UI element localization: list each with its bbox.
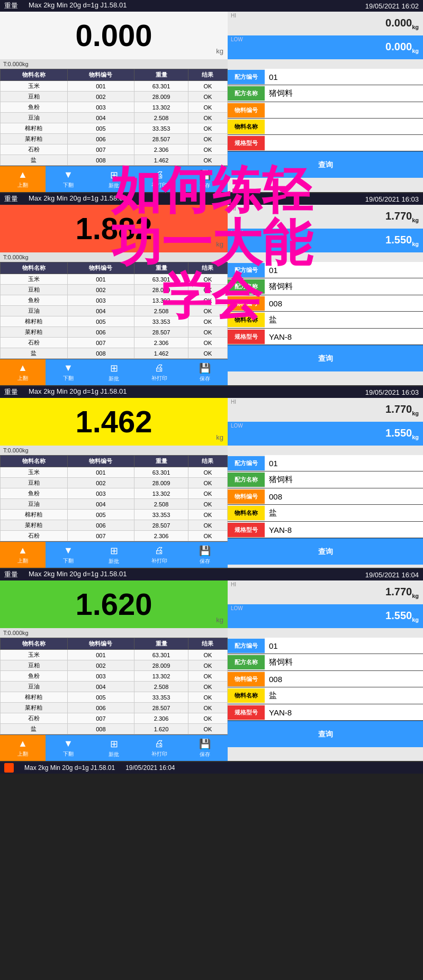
info-value: 盐 [265, 687, 423, 704]
table-cell: 006 [67, 703, 134, 713]
action-btn-上翻[interactable]: ▲ 上翻 [0, 359, 46, 385]
action-btn-保存[interactable]: 💾 保存 [182, 542, 228, 568]
table-cell: 石粉 [1, 713, 68, 724]
btn-label: 保存 [200, 375, 210, 383]
btn-label: 保存 [200, 182, 210, 189]
table-cell: OK [188, 713, 227, 724]
query-btn-area[interactable]: 查询 [228, 345, 423, 371]
table-row: 石粉0072.306OK [1, 144, 228, 155]
weight-label: 重量 [4, 194, 18, 204]
btn-label: 新批 [109, 558, 119, 565]
btn-label: 补打印 [151, 182, 167, 189]
action-btn-下翻[interactable]: ▼ 下翻 [46, 359, 91, 385]
table-cell: 63.301 [134, 650, 188, 660]
action-btn-新批[interactable]: ⊞ 新批 [91, 166, 137, 192]
btn-bar-left: ▲ 上翻 ▼ 下翻 ⊞ 新批 🖨 补打印 💾 保存 [0, 166, 228, 192]
table-cell: OK [188, 274, 227, 285]
query-btn-area[interactable]: 查询 [228, 151, 423, 178]
info-label: 物料名称 [228, 506, 265, 520]
table-row: 菜籽粕00628.507OK [1, 327, 228, 338]
table-header: 物料编号 [67, 456, 134, 467]
table-row: 盐0081.462OK [1, 155, 228, 166]
side-info-panel: 配方编号 01 配方名称 猪饲料 物料编号 008 物料名称 盐 规格型号 YA… [228, 262, 423, 345]
action-btn-补打印[interactable]: 🖨 补打印 [137, 542, 182, 568]
table-cell: 玉米 [1, 467, 68, 478]
action-btn-新批[interactable]: ⊞ 新批 [91, 735, 137, 761]
query-button[interactable]: 查询 [310, 725, 341, 743]
action-btn-保存[interactable]: 💾 保存 [182, 735, 228, 761]
info-label: 规格型号 [228, 705, 265, 720]
table-cell: 006 [67, 327, 134, 338]
query-btn-area[interactable]: 查询 [228, 721, 423, 747]
table-row: 棉籽粕00533.353OK [1, 316, 228, 327]
table-row: 盐0081.462OK [1, 348, 228, 359]
counter-row: T:0.000kg [0, 252, 228, 262]
table-cell: OK [188, 338, 227, 348]
table-cell: 28.507 [134, 703, 188, 713]
action-btn-下翻[interactable]: ▼ 下翻 [46, 542, 91, 568]
weight-unit: kg [216, 433, 223, 441]
action-btn-下翻[interactable]: ▼ 下翻 [46, 166, 91, 192]
table-cell: 28.507 [134, 520, 188, 531]
top-bar-specs: 重量 Max 2kg Min 20g d=1g J1.58.01 [4, 194, 127, 204]
left-col: 1.620 kg T:0.000kg 物料名称物料编号重量结果 [0, 580, 228, 761]
table-row: 鱼粉00313.302OK [1, 671, 228, 682]
action-btn-上翻[interactable]: ▲ 上翻 [0, 735, 46, 761]
query-button[interactable]: 查询 [310, 156, 341, 174]
table-row: 石粉0072.306OK [1, 338, 228, 348]
hi-label: HI [231, 399, 236, 405]
btn-bar: ▲ 上翻 ▼ 下翻 ⊞ 新批 🖨 补打印 💾 保存 [0, 541, 228, 568]
table-cell: 28.009 [134, 92, 188, 102]
panel-3: 重量 Max 2kg Min 20g d=1g J1.58.01 19/05/2… [0, 386, 423, 569]
action-btn-上翻[interactable]: ▲ 上翻 [0, 542, 46, 568]
info-label: 配方编号 [228, 263, 265, 277]
action-btn-保存[interactable]: 💾 保存 [182, 166, 228, 192]
btn-bar-left: ▲ 上翻 ▼ 下翻 ⊞ 新批 🖨 补打印 💾 保存 [0, 359, 228, 385]
table-cell: 004 [67, 113, 134, 123]
table-header-row: 物料名称物料编号重量结果 [1, 69, 228, 81]
action-btn-下翻[interactable]: ▼ 下翻 [46, 735, 91, 761]
info-value: 猪饲料 [265, 85, 423, 102]
weight-value: 0.000 [75, 20, 152, 51]
action-btn-补打印[interactable]: 🖨 补打印 [137, 359, 182, 385]
action-btn-新批[interactable]: ⊞ 新批 [91, 359, 137, 385]
table-cell: 豆粕 [1, 478, 68, 488]
action-btn-保存[interactable]: 💾 保存 [182, 359, 228, 385]
info-value: YAN-8 [265, 704, 423, 720]
info-row: 配方编号 01 [228, 69, 423, 85]
table-cell: 001 [67, 81, 134, 92]
counter-value: T:0.000kg [3, 630, 29, 636]
query-button[interactable]: 查询 [310, 543, 341, 561]
action-btn-新批[interactable]: ⊞ 新批 [91, 542, 137, 568]
table-row: 石粉0072.306OK [1, 531, 228, 541]
info-value: 008 [265, 671, 423, 687]
table-cell: 菜籽粕 [1, 134, 68, 144]
action-btn-补打印[interactable]: 🖨 补打印 [137, 735, 182, 761]
left-col: 0.000 kg T:0.000kg 物料名称物料编号重量结果 [0, 12, 228, 192]
low-value: 1.550kg [385, 427, 419, 440]
weight-main: 1.462 kg [0, 398, 228, 446]
info-value: 猪饲料 [265, 278, 423, 295]
table-row: 玉米00163.301OK [1, 274, 228, 285]
hi-value: 1.770kg [385, 403, 419, 416]
data-table: 物料名称物料编号重量结果 玉米00163.301OK 豆粕00228.009OK… [0, 69, 228, 166]
info-label: 物料编号 [228, 489, 265, 504]
btn-icon: ▲ [18, 545, 28, 556]
query-btn-area[interactable]: 查询 [228, 538, 423, 565]
info-label: 物料编号 [228, 296, 265, 311]
table-cell: 玉米 [1, 81, 68, 92]
panel-1: 重量 Max 2kg Min 20g d=1g J1.58.01 19/05/2… [0, 0, 423, 193]
table-header: 重量 [134, 456, 188, 467]
table-header: 物料编号 [67, 262, 134, 274]
btn-label: 新批 [109, 751, 119, 758]
action-btn-上翻[interactable]: ▲ 上翻 [0, 166, 46, 192]
btn-label: 新批 [109, 182, 119, 189]
info-label: 配方编号 [228, 70, 265, 84]
query-button[interactable]: 查询 [310, 350, 341, 368]
action-btn-补打印[interactable]: 🖨 补打印 [137, 166, 182, 192]
table-cell: 棉籽粕 [1, 692, 68, 703]
table-row: 鱼粉00313.302OK [1, 295, 228, 306]
info-row: 配方名称 猪饲料 [228, 471, 423, 488]
right-col: HI 1.770kg LOW 1.550kg 配方编号 01 配方名称 猪饲料 [228, 398, 423, 568]
hi-value: 1.770kg [385, 586, 419, 599]
